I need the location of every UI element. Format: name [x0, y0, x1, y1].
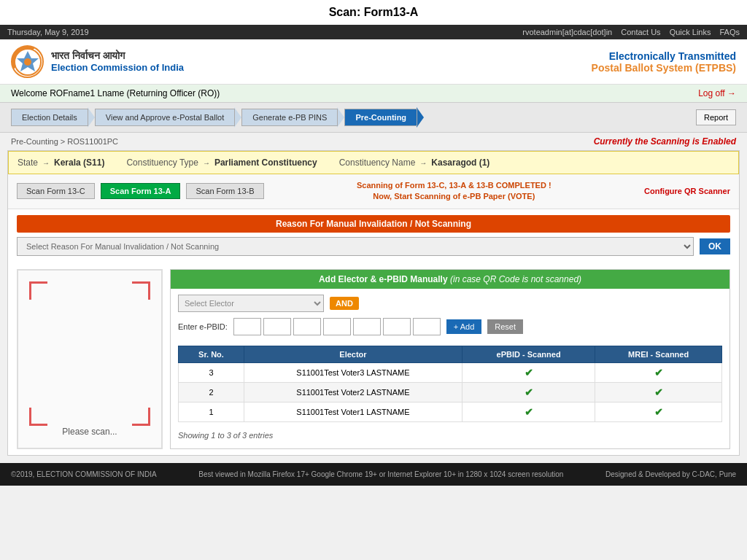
col-elector: Elector — [244, 346, 462, 362]
tab-view-approve[interactable]: View and Approve e-Postal Ballot — [95, 109, 235, 126]
state-value: Kerala (S11) — [54, 158, 104, 168]
logo-english: Election Commission of India — [51, 62, 184, 74]
epbid-input-4[interactable] — [323, 318, 351, 335]
top-bar: Thursday, May 9, 2019 rvoteadmin[at]cdac… — [0, 25, 747, 39]
epbid-check-icon: ✔ — [525, 367, 533, 378]
filter-constituency-name: Constituency Name → Kasaragod (1) — [339, 158, 490, 168]
scanning-status: Currently the Scanning is Enabled — [594, 136, 736, 147]
header-logo: भारत निर्वाचन आयोग Election Commission o… — [11, 45, 184, 78]
invalidation-header: Reason For Manual Invalidation / Not Sca… — [17, 215, 730, 233]
select-elector-row: Select Elector AND — [178, 295, 722, 312]
cell-mrei: ✔ — [595, 382, 722, 402]
table-footer: Showing 1 to 3 of 3 entries — [178, 428, 722, 443]
cell-sr: 3 — [179, 362, 244, 382]
logo-hindi: भारत निर्वाचन आयोग — [51, 49, 184, 62]
svg-point-1 — [24, 58, 31, 66]
scan-and-add-panel: Please scan... Add Elector & e-PBID Manu… — [8, 263, 739, 455]
epbid-row: Enter e-PBID: + Add Reset — [178, 318, 722, 335]
cell-mrei: ✔ — [595, 362, 722, 382]
tab-election-details[interactable]: Election Details — [11, 109, 88, 126]
footer-copyright: ©2019, ELECTION COMMISSION OF INDIA — [11, 470, 157, 478]
table-row: 1S11001Test Voter1 LASTNAME✔✔ — [179, 402, 722, 421]
scan-corner-tl — [29, 281, 47, 300]
cell-epbid: ✔ — [462, 362, 595, 382]
epbid-input-2[interactable] — [263, 318, 291, 335]
add-button[interactable]: + Add — [446, 319, 481, 334]
constituency-type-value: Parliament Constituency — [214, 158, 317, 168]
main-content: State → Kerala (S11) Constituency Type →… — [7, 150, 740, 456]
ok-button[interactable]: OK — [700, 238, 730, 254]
filter-bar: State → Kerala (S11) Constituency Type →… — [8, 151, 739, 174]
filter-constituency-type: Constituency Type → Parliament Constitue… — [126, 158, 317, 168]
constituency-name-value: Kasaragod (1) — [431, 158, 489, 168]
tab-generate-pins[interactable]: Generate e-PB PINS — [241, 109, 338, 126]
epbid-input-1[interactable] — [233, 318, 261, 335]
epbid-input-7[interactable] — [413, 318, 441, 335]
epbid-check-icon: ✔ — [525, 386, 533, 398]
report-button[interactable]: Report — [696, 109, 736, 125]
mrei-check-icon: ✔ — [654, 367, 663, 378]
scan-tabs: Scan Form 13-C Scan Form 13-A Scan Form … — [8, 174, 739, 209]
epbid-label: Enter e-PBID: — [178, 322, 228, 331]
logo-text: भारत निर्वाचन आयोग Election Commission o… — [51, 49, 184, 74]
cell-sr: 2 — [179, 382, 244, 402]
scan-corner-br — [132, 408, 150, 426]
cell-epbid: ✔ — [462, 402, 595, 421]
footer: ©2019, ELECTION COMMISSION OF INDIA Best… — [0, 463, 747, 486]
cell-elector: S11001Test Voter2 LASTNAME — [244, 382, 462, 402]
mrei-check-icon: ✔ — [654, 406, 663, 418]
breadcrumb: Pre-Counting > ROS11001PC — [11, 137, 118, 146]
cell-sr: 1 — [179, 402, 244, 421]
tab-scan-form13a[interactable]: Scan Form 13-A — [101, 183, 181, 199]
footer-developer: Designed & Developed by C-DAC, Pune — [605, 470, 736, 478]
add-elector-header: Add Elector & e-PBID Manually (in case Q… — [171, 270, 729, 289]
cell-elector: S11001Test Voter3 LASTNAME — [244, 362, 462, 382]
cell-elector: S11001Test Voter1 LASTNAME — [244, 402, 462, 421]
epbid-check-icon: ✔ — [525, 406, 533, 418]
etpbs-line2: Postal Ballot System (ETPBS) — [592, 62, 736, 74]
epbid-input-5[interactable] — [353, 318, 381, 335]
invalidation-reason-select[interactable]: Select Reason For Manual Invalidation / … — [17, 237, 694, 256]
filter-state: State → Kerala (S11) — [18, 158, 104, 168]
welcome-text: Welcome ROFname1 Lname (Returning Office… — [11, 88, 220, 98]
configure-qr-link[interactable]: Configure QR Scanner — [644, 187, 730, 195]
invalidation-select-row: Select Reason For Manual Invalidation / … — [8, 233, 739, 263]
scan-prompt: Please scan... — [62, 427, 117, 440]
scan-box: Please scan... — [17, 269, 163, 449]
scan-complete-message: Scanning of Form 13-C, 13-A & 13-B COMPL… — [270, 180, 638, 203]
epbid-inputs — [233, 318, 441, 335]
cell-mrei: ✔ — [595, 402, 722, 421]
constituency-type-label: Constituency Type — [126, 158, 198, 168]
header-right: Electronically Transmitted Postal Ballot… — [592, 50, 736, 74]
breadcrumb-bar: Pre-Counting > ROS11001PC Currently the … — [0, 133, 747, 150]
quick-links-link[interactable]: Quick Links — [670, 28, 711, 36]
contact-us-link[interactable]: Contact Us — [621, 28, 660, 36]
select-elector-dropdown[interactable]: Select Elector — [178, 295, 324, 312]
constituency-type-arrow-icon: → — [203, 159, 210, 167]
epbid-input-3[interactable] — [293, 318, 321, 335]
logoff-link[interactable]: Log off → — [698, 88, 736, 98]
mrei-check-icon: ✔ — [654, 386, 663, 398]
eci-logo-icon — [11, 45, 44, 78]
constituency-name-label: Constituency Name — [339, 158, 416, 168]
faqs-link[interactable]: FAQs — [719, 28, 740, 36]
scan-corner-bl — [29, 408, 47, 426]
tab-pre-counting[interactable]: Pre-Counting — [344, 109, 417, 126]
tab-scan-form13c[interactable]: Scan Form 13-C — [17, 183, 95, 199]
tab-scan-form13b[interactable]: Scan Form 13-B — [186, 183, 263, 199]
add-elector-panel: Add Elector & e-PBID Manually (in case Q… — [170, 269, 730, 449]
etpbs-line1: Electronically Transmitted — [592, 50, 736, 62]
col-sr-no: Sr. No. — [179, 346, 244, 362]
col-mrei: MREI - Scanned — [595, 346, 722, 362]
cell-epbid: ✔ — [462, 382, 595, 402]
state-arrow-icon: → — [42, 159, 50, 167]
page-title: Scan: Form13-A — [0, 0, 747, 25]
table-row: 3S11001Test Voter3 LASTNAME✔✔ — [179, 362, 722, 382]
and-badge: AND — [330, 297, 359, 310]
col-epbid: ePBID - Scanned — [462, 346, 595, 362]
topbar-date: Thursday, May 9, 2019 — [7, 28, 89, 36]
topbar-email: rvoteadmin[at]cdac[dot]in — [522, 28, 612, 36]
user-bar: Welcome ROFname1 Lname (Returning Office… — [0, 85, 747, 103]
reset-button[interactable]: Reset — [487, 319, 523, 334]
epbid-input-6[interactable] — [383, 318, 411, 335]
